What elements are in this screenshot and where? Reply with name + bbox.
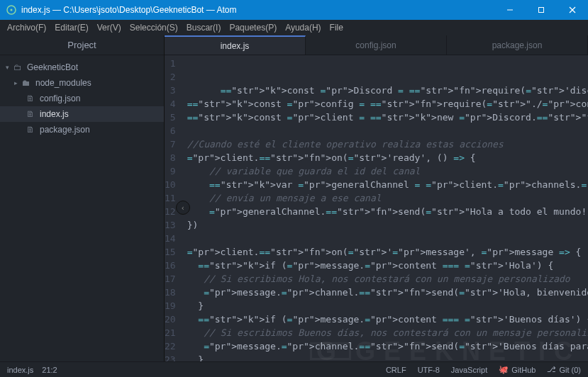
tree-item-label: node_modules [35,78,91,88]
tree-file-index[interactable]: 🗎 index.js [0,106,164,122]
tab-package-json[interactable]: package.json [447,35,588,55]
code-area[interactable]: ‹ =="str">"k">const ="pr">Discord = =="s… [183,55,588,361]
menu-archivo[interactable]: Archivo(F) [3,21,50,34]
status-file[interactable]: index.js [7,366,33,374]
editor-tab-bar: index.js config.json package.json [165,35,588,55]
project-sidebar: Project 🗀 GeekneticBot 🖿 node_modules 🗎 … [0,35,165,361]
tab-config-json[interactable]: config.json [306,35,447,55]
menu-seleccion[interactable]: Selección(S) [126,21,182,34]
status-github[interactable]: 🐙GitHub [499,365,536,374]
file-icon: 🗎 [26,109,35,119]
window-title: index.js — C:\Users\jsoto\Desktop\Geekne… [21,5,494,15]
svg-rect-3 [539,8,544,13]
folder-icon: 🖿 [21,78,31,88]
menu-paquetes[interactable]: Paquetes(P) [225,21,281,34]
status-line-ending[interactable]: CRLF [386,366,406,374]
title-bar: index.js — C:\Users\jsoto\Desktop\Geekne… [0,0,588,20]
minimize-button[interactable] [494,0,526,20]
close-button[interactable] [557,0,588,20]
file-icon: 🗎 [26,94,35,103]
menu-bar: Archivo(F) Editar(E) Ver(V) Selección(S)… [0,20,588,35]
tree-item-label: package.json [40,125,90,135]
tree-root[interactable]: 🗀 GeekneticBot [0,60,164,75]
tree-item-label: index.js [40,109,69,119]
svg-point-1 [11,9,13,11]
project-heading: Project [0,35,164,55]
menu-editar[interactable]: Editar(E) [50,21,92,34]
status-git[interactable]: ⎇Git (0) [547,365,581,374]
tab-index-js[interactable]: index.js [165,35,306,55]
toggle-tree-button[interactable]: ‹ [176,201,190,215]
file-icon: 🗎 [26,125,35,135]
tree-file-config[interactable]: 🗎 config.json [0,91,164,106]
app-icon [6,4,17,16]
maximize-button[interactable] [526,0,557,20]
tree-file-package[interactable]: 🗎 package.json [0,122,164,137]
file-tree[interactable]: 🗀 GeekneticBot 🖿 node_modules 🗎 config.j… [0,55,164,137]
menu-buscar[interactable]: Buscar(I) [182,21,226,34]
window-controls [494,0,588,20]
menu-file[interactable]: File [326,21,348,34]
status-bar: index.js 21:2 CRLF UTF-8 JavaScript 🐙Git… [0,361,588,377]
status-language[interactable]: JavaScript [451,366,487,374]
tree-folder-node-modules[interactable]: 🖿 node_modules [0,75,164,91]
tree-item-label: config.json [40,94,80,103]
menu-ver[interactable]: Ver(V) [93,21,126,34]
status-cursor-pos[interactable]: 21:2 [42,366,57,374]
chevron-down-icon [6,64,13,71]
tree-root-label: GeekneticBot [27,62,78,72]
code-editor[interactable]: 1 2 3 4 5 6 7 8 9 10 11 12 13 14 15 16 1… [165,55,588,361]
folder-icon: 🗀 [13,62,23,72]
chevron-right-icon [14,79,21,86]
menu-ayuda[interactable]: Ayuda(H) [281,21,325,34]
git-branch-icon: ⎇ [547,365,556,374]
status-encoding[interactable]: UTF-8 [418,366,440,374]
github-icon: 🐙 [499,365,509,374]
